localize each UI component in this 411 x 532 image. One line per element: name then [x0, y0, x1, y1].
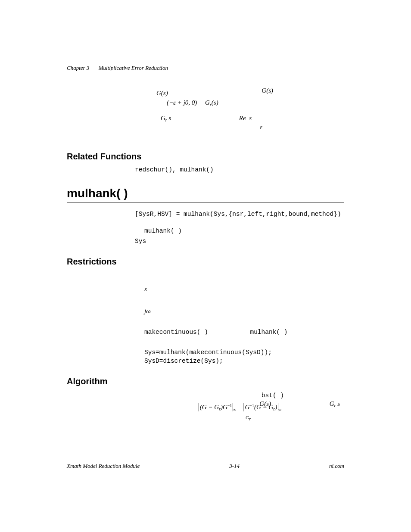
syntax-desc: mulhank( ) Sys	[135, 226, 344, 246]
eq-line2-b-tail: (s)	[212, 99, 218, 106]
restriction-bullet-2: jω	[144, 307, 344, 315]
footer-right: ni.com	[329, 463, 344, 470]
page: Chapter 3 Multiplicative Error Reduction…	[0, 0, 411, 532]
eq-line2: (−ε + j0, 0) Gr(s)	[167, 98, 344, 108]
eq-line2-b: G	[205, 99, 210, 106]
related-functions-heading: Related Functions	[67, 152, 344, 162]
eq-line1: G(s)	[156, 89, 344, 97]
algorithm-under-g: G	[246, 415, 249, 420]
restrictions-body: s jω makecontinuous( ) mulhank( ) Sys=mu…	[135, 285, 344, 365]
restriction-code-2: SysD=discretize(Sys);	[144, 357, 344, 366]
chapter-title: Multiplicative Error Reduction	[99, 65, 168, 71]
function-title: mulhank( )	[67, 187, 344, 200]
restriction-bullet-1: s	[144, 285, 344, 293]
algorithm-bst-ref: bst( )	[262, 392, 284, 399]
eq-line2-a: (−ε + j0, 0)	[167, 99, 197, 106]
related-functions-list: redschur(), mulhank()	[135, 166, 344, 174]
eq-line3: Gr s Re s	[161, 114, 344, 123]
page-footer: Xmath Model Reduction Module 3-14 ni.com	[67, 463, 344, 470]
restriction-3b: mulhank( )	[250, 329, 287, 336]
syntax-line: [SysR,HSV] = mulhank(Sys,{nsr,left,right…	[135, 210, 344, 219]
footer-center: 3-14	[229, 463, 240, 470]
eq-line3-mid: Re s	[239, 115, 252, 121]
chapter-label: Chapter 3	[67, 65, 89, 71]
restriction-3a: makecontinuous( )	[144, 329, 208, 336]
footer-left: Xmath Model Reduction Module	[67, 463, 140, 470]
intro-equation-block: G(s) G(s) (−ε + j0, 0) Gr(s) Gr s Re s ε	[135, 89, 344, 140]
algorithm-heading: Algorithm	[67, 376, 344, 386]
eq-gs-right: G(s)	[262, 86, 273, 95]
algorithm-equation: (G − Gr)G−1∞ G−1(G − Gr)∞ Gr	[135, 403, 344, 417]
eq-line3-eps: ε	[260, 123, 344, 131]
restriction-code-1: Sys=mulhank(makecontinuous(SysD));	[144, 348, 344, 357]
algorithm-under-sub: r	[249, 417, 251, 421]
algorithm-body: bst( ) G(s) Gr s (G − Gr)G−1∞ G−1(G − Gr…	[135, 391, 344, 417]
restriction-bullet-3: makecontinuous( ) mulhank( )	[144, 327, 344, 337]
eq-line3-left-tail: s	[167, 115, 171, 121]
restrictions-heading: Restrictions	[67, 257, 344, 267]
syntax-desc-b: Sys	[135, 237, 344, 246]
title-rule	[67, 202, 344, 202]
running-header: Chapter 3 Multiplicative Error Reduction	[67, 65, 344, 72]
eq-line3-left: G	[161, 115, 165, 121]
syntax-desc-a: mulhank( )	[144, 227, 182, 234]
